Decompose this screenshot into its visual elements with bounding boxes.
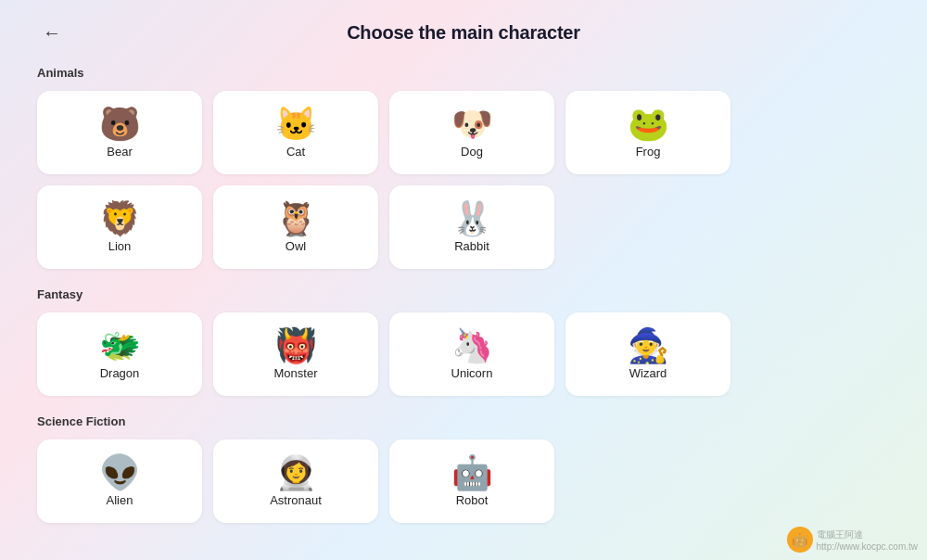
character-name-frog: Frog [636, 145, 661, 159]
character-emoji-dragon: 🐲 [99, 329, 141, 363]
section-fantasy: Fantasy🐲Dragon👹Monster🦄Unicorn🧙Wizard [37, 287, 890, 396]
character-card-lion[interactable]: 🦁Lion [37, 185, 202, 269]
watermark-logo: 🤖 [787, 527, 813, 553]
character-name-rabbit: Rabbit [454, 239, 489, 253]
back-button[interactable]: ← [37, 19, 67, 48]
character-emoji-rabbit: 🐰 [451, 202, 493, 235]
section-label-fantasy: Fantasy [37, 287, 890, 301]
section-label-science-fiction: Science Fiction [37, 414, 890, 428]
character-card-frog[interactable]: 🐸Frog [565, 91, 730, 174]
character-emoji-dog: 🐶 [451, 108, 493, 141]
character-card-bear[interactable]: 🐻Bear [37, 91, 202, 174]
character-card-alien[interactable]: 👽Alien [37, 439, 202, 523]
character-emoji-bear: 🐻 [99, 108, 141, 141]
character-card-astronaut[interactable]: 👩‍🚀Astronaut [213, 439, 378, 523]
character-name-dragon: Dragon [100, 366, 140, 380]
character-name-alien: Alien [107, 493, 133, 507]
character-card-monster[interactable]: 👹Monster [213, 312, 378, 396]
character-name-unicorn: Unicorn [451, 366, 493, 380]
main-content: Animals🐻Bear🐱Cat🐶Dog🐸Frog🦁Lion🦉Owl🐰Rabbi… [0, 58, 927, 560]
character-name-cat: Cat [286, 145, 305, 159]
character-emoji-owl: 🦉 [275, 202, 317, 235]
character-emoji-frog: 🐸 [628, 108, 669, 141]
character-emoji-wizard: 🧙 [628, 329, 669, 363]
character-name-lion: Lion [108, 239, 132, 253]
character-card-rabbit[interactable]: 🐰Rabbit [389, 185, 554, 269]
character-name-astronaut: Astronaut [270, 493, 322, 507]
character-card-cat[interactable]: 🐱Cat [213, 91, 378, 174]
section-label-animals: Animals [37, 66, 890, 80]
character-name-wizard: Wizard [629, 366, 667, 380]
character-name-monster: Monster [274, 366, 318, 380]
character-card-dog[interactable]: 🐶Dog [389, 91, 554, 174]
character-card-wizard[interactable]: 🧙Wizard [565, 312, 730, 396]
character-name-dog: Dog [461, 145, 483, 159]
character-card-dragon[interactable]: 🐲Dragon [37, 312, 202, 396]
character-emoji-alien: 👽 [99, 456, 141, 490]
character-emoji-unicorn: 🦄 [451, 329, 493, 363]
character-emoji-astronaut: 👩‍🚀 [275, 456, 317, 490]
page-header: ← Choose the main character [0, 0, 927, 58]
character-name-robot: Robot [456, 493, 489, 507]
section-animals: Animals🐻Bear🐱Cat🐶Dog🐸Frog🦁Lion🦉Owl🐰Rabbi… [37, 66, 890, 269]
page-title: Choose the main character [347, 22, 580, 44]
section-science-fiction: Science Fiction👽Alien👩‍🚀Astronaut🤖Robot [37, 414, 890, 523]
character-card-robot[interactable]: 🤖Robot [389, 439, 554, 523]
character-emoji-cat: 🐱 [275, 108, 317, 141]
character-name-owl: Owl [286, 239, 306, 253]
character-emoji-lion: 🦁 [99, 202, 141, 235]
watermark-text: 電腦王阿達http://www.kocpc.com.tw [817, 528, 918, 552]
character-card-owl[interactable]: 🦉Owl [213, 185, 378, 269]
character-card-unicorn[interactable]: 🦄Unicorn [389, 312, 554, 396]
cards-grid-fantasy: 🐲Dragon👹Monster🦄Unicorn🧙Wizard [37, 312, 890, 396]
character-emoji-robot: 🤖 [451, 456, 493, 490]
character-emoji-monster: 👹 [275, 329, 317, 363]
cards-grid-animals: 🐻Bear🐱Cat🐶Dog🐸Frog🦁Lion🦉Owl🐰Rabbit [37, 91, 890, 269]
watermark: 🤖 電腦王阿達http://www.kocpc.com.tw [787, 527, 918, 553]
cards-grid-science-fiction: 👽Alien👩‍🚀Astronaut🤖Robot [37, 439, 890, 523]
character-name-bear: Bear [107, 145, 132, 159]
